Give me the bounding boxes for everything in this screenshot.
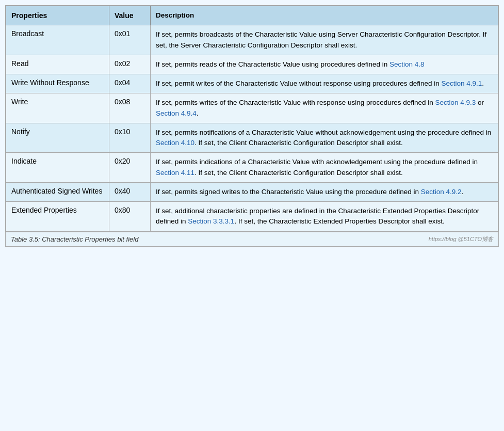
property-cell: Extended Properties <box>6 202 109 232</box>
table-row: Extended Properties0x80If set, additiona… <box>6 202 498 232</box>
description-cell: If set, permits reads of the Characteris… <box>151 55 498 74</box>
table-row: Authenticated Signed Writes0x40If set, p… <box>6 182 498 201</box>
value-cell: 0x08 <box>109 93 151 123</box>
description-cell: If set, additional characteristic proper… <box>151 202 498 232</box>
property-cell: Indicate <box>6 153 109 183</box>
header-properties: Properties <box>6 6 109 25</box>
value-cell: 0x04 <box>109 74 151 93</box>
header-description: Description <box>151 6 498 25</box>
description-cell: If set, permit writes of the Characteris… <box>151 74 498 93</box>
property-cell: Read <box>6 55 109 74</box>
value-cell: 0x20 <box>109 153 151 183</box>
section-link[interactable]: Section 4.9.2 <box>421 188 462 196</box>
table-row: Write0x08If set, permits writes of the C… <box>6 93 498 123</box>
property-cell: Notify <box>6 123 109 153</box>
value-cell: 0x40 <box>109 182 151 201</box>
property-cell: Authenticated Signed Writes <box>6 182 109 201</box>
description-cell: If set, permits indications of a Charact… <box>151 153 498 183</box>
caption-text: Table 3.5: Characteristic Properties bit… <box>11 235 138 243</box>
value-cell: 0x10 <box>109 123 151 153</box>
section-link[interactable]: Section 4.11 <box>156 169 194 177</box>
description-cell: If set, permits signed writes to the Cha… <box>151 182 498 201</box>
value-cell: 0x02 <box>109 55 151 74</box>
properties-table: Properties Value Description Broadcast0x… <box>6 6 498 232</box>
table-row: Write Without Response0x04If set, permit… <box>6 74 498 93</box>
description-cell: If set, permits notifications of a Chara… <box>151 123 498 153</box>
description-cell: If set, permits broadcasts of the Charac… <box>151 25 498 55</box>
description-cell: If set, permits writes of the Characteri… <box>151 93 498 123</box>
section-link[interactable]: Section 4.10 <box>156 139 194 147</box>
table-row: Read0x02If set, permits reads of the Cha… <box>6 55 498 74</box>
table-row: Broadcast0x01If set, permits broadcasts … <box>6 25 498 55</box>
value-cell: 0x80 <box>109 202 151 232</box>
table-container: Properties Value Description Broadcast0x… <box>5 5 499 247</box>
header-value: Value <box>109 6 151 25</box>
section-link[interactable]: Section 4.9.4 <box>156 109 197 117</box>
section-link[interactable]: Section 4.8 <box>389 60 425 68</box>
section-link[interactable]: Section 4.9.3 <box>435 99 476 106</box>
section-link[interactable]: Section 4.9.1 <box>442 79 482 87</box>
section-link[interactable]: Section 3.3.3.1 <box>188 217 234 225</box>
watermark: https://blog @51CTO博客 <box>429 235 493 243</box>
table-caption: Table 3.5: Characteristic Properties bit… <box>6 232 498 246</box>
table-row: Indicate0x20If set, permits indications … <box>6 153 498 183</box>
property-cell: Broadcast <box>6 25 109 55</box>
property-cell: Write <box>6 93 109 123</box>
value-cell: 0x01 <box>109 25 151 55</box>
table-row: Notify0x10If set, permits notifications … <box>6 123 498 153</box>
property-cell: Write Without Response <box>6 74 109 93</box>
